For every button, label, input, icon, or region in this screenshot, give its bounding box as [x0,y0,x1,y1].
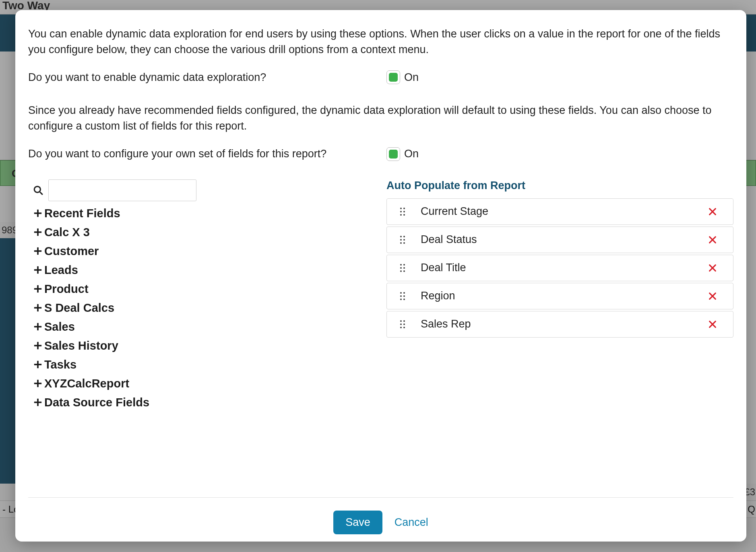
svg-point-42 [400,267,402,269]
svg-rect-3 [34,212,41,214]
tree-item[interactable]: Leads [33,264,378,277]
svg-point-49 [403,292,405,294]
svg-point-59 [403,323,405,325]
tree-item-label: Recent Fields [44,207,120,220]
selected-fields-column: Auto Populate from Report Current StageD… [386,179,733,415]
svg-point-37 [403,242,405,244]
selected-field-item: Sales Rep [386,311,733,338]
selected-fields-list: Current StageDeal StatusDeal TitleRegion… [386,198,733,339]
expand-icon[interactable] [33,398,43,407]
svg-point-26 [400,211,402,212]
tree-item[interactable]: XYZCalcReport [33,377,378,390]
selected-field-item: Current Stage [386,198,733,225]
svg-point-0 [34,186,40,192]
expand-icon[interactable] [33,341,43,350]
expand-icon[interactable] [33,379,43,388]
expand-icon[interactable] [33,322,43,331]
tree-item[interactable]: Calc X 3 [33,226,378,239]
tree-item-label: Customer [44,245,99,258]
drag-handle-icon[interactable] [398,319,407,329]
expand-icon[interactable] [33,266,43,274]
modal-body: You can enable dynamic data exploration … [28,26,733,478]
remove-field-button[interactable] [708,235,724,244]
enable-exploration-row: Do you want to enable dynamic data explo… [28,70,733,84]
remove-field-button[interactable] [708,292,724,301]
selected-field-item: Deal Title [386,255,733,281]
field-columns: Recent FieldsCalc X 3CustomerLeadsProduc… [28,179,733,415]
tree-item[interactable]: S Deal Calcs [33,301,378,315]
tree-item[interactable]: Product [33,282,378,296]
svg-rect-21 [34,383,41,384]
search-input[interactable] [48,179,196,201]
tree-item-label: Sales History [44,339,118,352]
tree-item[interactable]: Customer [33,245,378,258]
svg-rect-19 [34,364,41,365]
svg-rect-23 [34,402,41,403]
svg-point-44 [400,270,402,272]
svg-point-50 [400,295,402,297]
save-button[interactable]: Save [333,511,382,534]
expand-icon[interactable] [33,228,43,237]
search-icon [33,185,43,196]
expand-icon[interactable] [33,209,43,218]
cancel-button[interactable]: Cancel [395,516,428,529]
svg-point-35 [403,239,405,241]
intro-text-2: Since you already have recommended field… [28,103,733,134]
tree-item[interactable]: Sales [33,320,378,334]
remove-field-button[interactable] [708,264,724,272]
svg-point-45 [403,270,405,272]
tree-item-label: Product [44,282,89,296]
expand-icon[interactable] [33,303,43,312]
tree-item[interactable]: Data Source Fields [33,396,378,409]
svg-point-48 [400,292,402,294]
tree-item-label: XYZCalcReport [44,377,129,390]
svg-point-43 [403,267,405,269]
svg-rect-13 [34,307,41,309]
expand-icon[interactable] [33,360,43,369]
svg-point-27 [403,211,405,212]
drag-handle-icon[interactable] [398,291,407,301]
tree-item[interactable]: Recent Fields [33,207,378,220]
selected-field-label: Current Stage [421,205,708,218]
auto-populate-link[interactable]: Auto Populate from Report [386,179,733,192]
drag-handle-icon[interactable] [398,263,407,273]
selected-field-label: Deal Status [421,233,708,246]
svg-point-58 [400,323,402,325]
svg-rect-7 [34,250,41,252]
tree-item[interactable]: Tasks [33,358,378,371]
tree-item-label: Tasks [44,358,76,371]
svg-point-28 [400,214,402,216]
drag-handle-icon[interactable] [398,235,407,245]
svg-point-52 [400,299,402,300]
svg-point-40 [400,264,402,266]
drag-handle-icon[interactable] [398,207,407,216]
svg-rect-9 [34,269,41,271]
remove-field-button[interactable] [708,320,724,329]
selected-field-item: Region [386,283,733,309]
expand-icon[interactable] [33,247,43,255]
tree-item-label: S Deal Calcs [44,301,114,315]
remove-field-button[interactable] [708,207,724,216]
svg-point-57 [403,320,405,322]
svg-point-36 [400,242,402,244]
toggle-state-label: On [404,71,419,84]
own-fields-label: Do you want to configure your own set of… [28,148,386,160]
expand-icon[interactable] [33,284,43,293]
own-fields-row: Do you want to configure your own set of… [28,147,733,161]
own-fields-toggle[interactable]: On [386,147,419,161]
enable-exploration-toggle[interactable]: On [386,70,419,84]
svg-point-29 [403,214,405,216]
svg-rect-17 [34,345,41,346]
toggle-checkbox[interactable] [386,147,400,161]
svg-point-41 [403,264,405,266]
tree-item-label: Leads [44,264,78,277]
tree-item[interactable]: Sales History [33,339,378,352]
modal-footer: Save Cancel [28,497,733,534]
available-fields-column: Recent FieldsCalc X 3CustomerLeadsProduc… [28,179,378,415]
selected-field-label: Sales Rep [421,318,708,330]
svg-rect-5 [34,231,41,233]
selected-field-label: Region [421,290,708,302]
toggle-checkbox[interactable] [386,70,400,84]
svg-point-51 [403,295,405,297]
enable-exploration-label: Do you want to enable dynamic data explo… [28,71,386,84]
